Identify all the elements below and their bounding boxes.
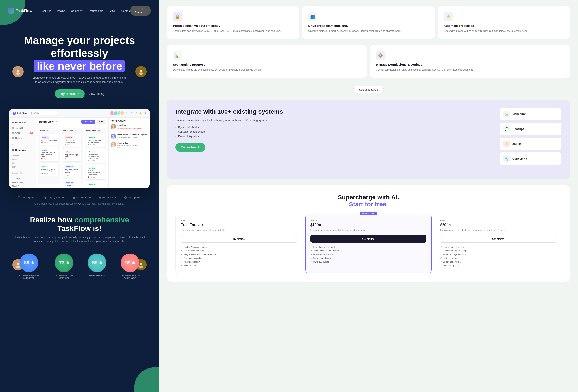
svg-point-4 xyxy=(112,125,114,127)
filter-button[interactable]: Filter xyxy=(97,120,105,124)
activity-avatar-3 xyxy=(111,142,116,147)
activity-text-2: Status: Complete → Inbox xyxy=(117,136,147,138)
sidebar-sub-timeline[interactable]: Timeline xyxy=(12,154,36,158)
board-col-inbox: Inbox 8 Develop PixelFlare Campaign 📅 No… xyxy=(38,128,60,184)
nav-link-contact[interactable]: Contact xyxy=(121,9,131,12)
pricing-tier-starter: Starter xyxy=(310,219,427,221)
board-edit-icon[interactable]: ✏ xyxy=(56,121,57,123)
mockup-actions: Share 🔔 ⚙ xyxy=(131,112,146,115)
activity-item-2: Harry edited PixelFlare Campaign Status:… xyxy=(111,134,147,140)
starter-feature-2: 100 Credit AI agents usages xyxy=(310,250,427,252)
partner-logo-4: ◆ logoipsum xyxy=(99,196,116,199)
feature-card-3: ⚡ Automate processes Systemize intakes w… xyxy=(438,6,570,39)
sidebar-march[interactable]: March Plan xyxy=(12,184,36,188)
logo-text: TaskFlow xyxy=(16,9,32,13)
try-for-free-button[interactable]: Try for free ↗ xyxy=(55,89,85,98)
pricing-desc-starter: For companies using TaskFlow to plan & g… xyxy=(310,228,427,232)
nav-link-pricing[interactable]: Pricing xyxy=(57,9,65,12)
stat-circle-1: 88% xyxy=(20,254,38,272)
nav-links: Features Pricing Company Testimonials FA… xyxy=(41,9,131,13)
card-title: Fusion Saas E-commerce User Flow researc… xyxy=(88,154,103,159)
hero-buttons: Try for free ↗ View pricing xyxy=(12,89,146,98)
nav-link-testimonials[interactable]: Testimonials xyxy=(88,9,103,12)
card-title: ByteFuse Website content research xyxy=(88,139,103,143)
integrations-cta-button[interactable]: Try for free ↗ xyxy=(176,143,205,152)
nav-link-company[interactable]: Company xyxy=(71,9,83,12)
nav-link-features[interactable]: Features xyxy=(41,9,51,12)
card-tag: New Task xyxy=(65,136,73,139)
card-tag: Design xyxy=(41,149,48,151)
stat-4: 99% Decreased time on admin tasks xyxy=(119,254,142,279)
feature-title-4: See tangible progress xyxy=(173,63,361,66)
feature-icon-4: 📊 xyxy=(173,51,182,60)
get-started-button[interactable]: Get Started ↗ xyxy=(131,6,151,16)
free-feature-3: Integrate with Slack, Github & more xyxy=(181,253,297,256)
activity-time-2: Nov 3 - 5 xyxy=(117,138,147,140)
mockup-search[interactable]: Search... xyxy=(29,111,58,115)
view-pricing-button[interactable]: View pricing xyxy=(89,92,104,95)
features-grid-top: 🔒 Protect sensitive data efficiently Ens… xyxy=(167,6,570,39)
mailchimp-name: Mailchimp xyxy=(512,112,526,116)
see-all-features-button[interactable]: See all features xyxy=(353,86,384,93)
integration-convertkit: 🔧 ConvertKit xyxy=(500,152,562,165)
realize-description: Effortlessly monitor your entire project… xyxy=(12,235,146,243)
pricing-cta-starter[interactable]: Get started xyxy=(310,235,427,243)
stat-label-1: Increased employee satisfaction xyxy=(18,274,40,279)
new-task-button[interactable]: + New Task xyxy=(81,120,95,124)
sidebar-sub-board[interactable]: Board xyxy=(12,158,36,161)
feature-title-2: Drive cross-team efficiency xyxy=(308,24,429,27)
chat-badge: 1 xyxy=(30,132,33,134)
board-card: Released ByteFuse Website content resear… xyxy=(86,134,105,147)
card-title: RE Studio: web ui design and design syst… xyxy=(65,168,80,174)
pricing-tier-plus: Plus xyxy=(440,219,556,221)
see-all-wrapper: See all features xyxy=(167,86,570,93)
sidebar-board-view[interactable]: Board View xyxy=(9,147,36,153)
stat-circle-2: 72% xyxy=(55,254,73,272)
board-card: New Task ZenthSpirit Web Design Project … xyxy=(63,134,82,147)
free-feature-1: Limited AI agents usages xyxy=(181,246,297,248)
mockup-topbar: T TaskFlow Search... +3 Share 🔔 ⚙ xyxy=(9,109,150,118)
mockup-avatars: +3 xyxy=(111,111,127,115)
card-tag: Released xyxy=(88,167,96,169)
integrations-title: Integrate with 100+ existing systems xyxy=(176,108,491,115)
sidebar-february[interactable]: February Plan xyxy=(12,180,36,184)
chatgpt-icon: 💬 xyxy=(503,126,510,132)
pricing-cta-free[interactable]: Try for free xyxy=(181,235,297,243)
activity-item-3: Sammy Doe Created web design project Nov… xyxy=(111,142,147,148)
integration-feature-2: Convenience and secure xyxy=(176,131,491,133)
logos-description: More than 8,000 businesses across the wo… xyxy=(12,202,146,205)
integration-zapier: ⚡ Zapier xyxy=(500,138,562,150)
free-feature-4: Basic page analytics xyxy=(181,257,297,259)
sidebar-item-tasklist[interactable]: Task List xyxy=(9,125,36,131)
pricing-features-free: Limited AI agents usages Collaborative w… xyxy=(181,246,297,267)
sidebar-item-dashboard[interactable]: Dashboard xyxy=(9,120,36,125)
feature-card-2: 👥 Drive cross-team efficiency Optimize p… xyxy=(302,6,434,39)
pricing-section: Supercharge with AI. Start for free. Fre… xyxy=(167,185,570,282)
card-tag: Released xyxy=(88,136,96,139)
col-header-inprogress: In Progress 9 xyxy=(63,130,82,132)
sidebar-item-settings[interactable]: Settings xyxy=(9,135,36,141)
pricing-cta-plus[interactable]: Get started xyxy=(440,235,556,243)
sidebar-january[interactable]: January Plan xyxy=(12,177,36,180)
starter-feature-4: 30 day page history xyxy=(310,257,427,259)
card-meta: 📅 Nov 14 xyxy=(41,173,57,174)
board-card: Frame SparkFuse Frames on design Project… xyxy=(40,163,58,176)
sidebar-item-chat[interactable]: Chat 1 xyxy=(9,131,36,135)
feature-icon-5: ⚙️ xyxy=(376,51,385,60)
mockup-sidebar: Dashboard Task List Chat 1 Settings xyxy=(9,118,36,188)
nav-link-faqs[interactable]: FAQs xyxy=(109,9,116,12)
card-tag: Released xyxy=(88,183,96,186)
zapier-name: Zapier xyxy=(512,142,521,145)
sidebar-sub-list[interactable]: List xyxy=(12,161,36,165)
stat-1: 88% Increased employee satisfaction xyxy=(18,254,40,279)
sidebar-sub-profile[interactable]: Profile xyxy=(12,165,36,169)
card-tag: In Review xyxy=(65,151,73,153)
feature-title-3: Automate processes xyxy=(444,24,564,27)
activity-content-2: Harry edited PixelFlare Campaign Status:… xyxy=(117,134,147,140)
pricing-badge-starter: Most Popular xyxy=(360,212,377,215)
board-card: Released Genius web design 📅 Nov 14 xyxy=(86,181,105,186)
activity-avatar-2 xyxy=(111,134,116,139)
col-header-completed: Completed 16 xyxy=(86,130,105,132)
share-text: Share xyxy=(131,112,137,115)
activity-content-3: Sammy Doe Created web design project Nov… xyxy=(117,142,147,148)
